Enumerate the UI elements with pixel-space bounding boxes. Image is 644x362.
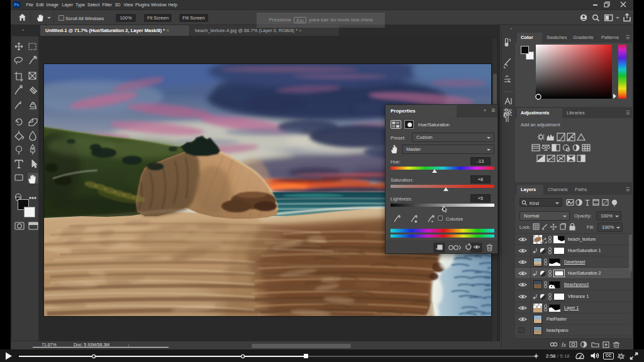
svg-text:fx: fx [562, 342, 567, 348]
svg-text:-: - [432, 219, 433, 223]
svg-text:+: + [415, 219, 418, 223]
